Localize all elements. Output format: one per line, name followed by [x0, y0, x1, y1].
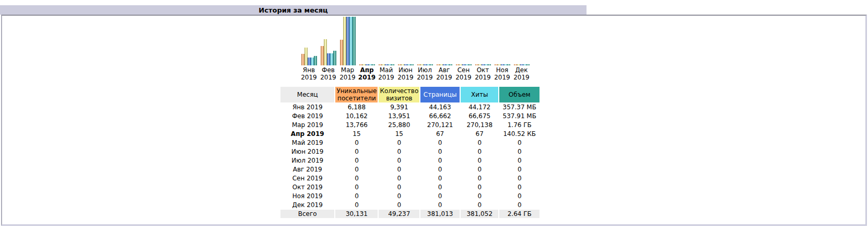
month-cell: Дек 2019 [280, 201, 334, 209]
chart-bars [340, 17, 356, 65]
chart-month-group: Авг2019 [435, 17, 454, 81]
chart-bar [410, 64, 414, 65]
value-cell: 25,880 [379, 121, 419, 129]
content-frame: Янв2019Фев2019Мар2019Апр2019Май2019Июн20… [1, 15, 867, 226]
chart-bar [468, 64, 472, 65]
chart-bars [475, 17, 491, 65]
chart-bars [437, 17, 452, 65]
table-row: Апр 201915156767140.52 КБ [280, 130, 539, 138]
chart-month-group: Ноя2019 [492, 17, 512, 81]
value-cell: 0 [420, 201, 460, 209]
value-cell: 0 [461, 139, 499, 147]
value-cell: 0 [335, 139, 378, 147]
value-cell: 0 [499, 183, 539, 191]
table-row: Янв 20196,1889,39144,16344,172357.37 МБ [280, 103, 539, 111]
value-cell: 0 [461, 201, 499, 209]
month-cell: Июл 2019 [280, 156, 334, 165]
value-cell: 0 [420, 165, 460, 174]
value-cell: 15 [335, 130, 378, 138]
value-cell: 0 [379, 174, 419, 182]
chart-month-group: Апр2019 [357, 17, 377, 81]
table-row: Фев 201910,16213,95166,66266,675537.91 М… [280, 112, 539, 120]
month-cell: Ноя 2019 [280, 192, 334, 200]
chart-bars [359, 17, 375, 65]
column-header: Объем [499, 87, 539, 102]
chart-bar [391, 64, 394, 65]
value-cell: 0 [420, 147, 460, 156]
value-cell: 67 [461, 130, 499, 138]
value-cell: 0 [420, 183, 460, 191]
column-header: Страницы [420, 87, 460, 102]
chart-month-group: Фев2019 [319, 17, 338, 81]
value-cell: 44,163 [420, 103, 460, 111]
total-label-cell: Всего [280, 210, 334, 218]
monthly-history-chart: Янв2019Фев2019Мар2019Апр2019Май2019Июн20… [299, 17, 541, 81]
chart-month-group: Июн2019 [396, 17, 415, 81]
value-cell: 0 [461, 156, 499, 165]
value-cell: 0 [461, 147, 499, 156]
value-cell: 0 [461, 165, 499, 174]
value-cell: 0 [335, 174, 378, 182]
table-row: Ноя 201900000 [280, 192, 539, 200]
chart-month-label: Мар2019 [339, 66, 356, 81]
value-cell: 0 [499, 192, 539, 200]
chart-bar [314, 56, 317, 65]
value-cell: 140.52 КБ [499, 130, 539, 138]
value-cell: 0 [379, 192, 419, 200]
chart-month-group: Янв2019 [299, 17, 319, 81]
value-cell: 0 [379, 183, 419, 191]
value-cell: 66,662 [420, 112, 460, 120]
chart-month-label: Май2019 [378, 66, 394, 81]
table-row: Окт 201900000 [280, 183, 539, 191]
chart-bars [321, 17, 336, 65]
chart-bar [488, 64, 491, 65]
chart-month-label: Ноя2019 [494, 66, 510, 81]
value-cell: 0 [499, 165, 539, 174]
table-row: Мар 201913,76625,880270,121270,1381.76 Г… [280, 121, 539, 129]
chart-bar [333, 51, 336, 65]
section-title: История за месяц [259, 6, 327, 14]
column-header: Количество визитов [379, 87, 419, 102]
chart-bars [301, 17, 317, 65]
value-cell: 0 [335, 156, 378, 165]
total-row: Всего30,13149,237381,013381,0522.64 ГБ [280, 210, 539, 218]
value-cell: 0 [335, 183, 378, 191]
monthly-history-content: Янв2019Фев2019Мар2019Апр2019Май2019Июн20… [279, 17, 541, 219]
month-cell: Авг 2019 [280, 165, 334, 174]
chart-bar [526, 64, 530, 65]
chart-month-group: Сен2019 [454, 17, 473, 81]
month-cell: Май 2019 [280, 139, 334, 147]
chart-month-label: Янв2019 [301, 66, 317, 81]
chart-bars [456, 17, 472, 65]
value-cell: 0 [335, 192, 378, 200]
month-cell: Янв 2019 [280, 103, 334, 111]
value-cell: 0 [420, 192, 460, 200]
chart-month-group: Окт2019 [473, 17, 492, 81]
value-cell: 0 [420, 174, 460, 182]
value-cell: 0 [461, 183, 499, 191]
table-row: Дек 201900000 [280, 201, 539, 209]
value-cell: 0 [499, 201, 539, 209]
value-cell: 0 [379, 156, 419, 165]
column-header: Уникальные посетители [335, 87, 378, 102]
value-cell: 0 [420, 139, 460, 147]
chart-month-label: Июл2019 [417, 66, 433, 81]
value-cell: 0 [461, 174, 499, 182]
value-cell: 0 [499, 147, 539, 156]
value-cell: 0 [379, 139, 419, 147]
chart-bars [398, 17, 414, 65]
column-header: Хиты [461, 87, 499, 102]
value-cell: 0 [499, 174, 539, 182]
total-value-cell: 30,131 [335, 210, 378, 218]
chart-month-label: Сен2019 [455, 66, 472, 81]
chart-month-group: Июл2019 [415, 17, 435, 81]
chart-month-group: Май2019 [377, 17, 396, 81]
chart-month-group: Дек2019 [512, 17, 531, 81]
chart-bar [507, 64, 510, 65]
value-cell: 0 [499, 156, 539, 165]
value-cell: 270,121 [420, 121, 460, 129]
value-cell: 10,162 [335, 112, 378, 120]
value-cell: 1.76 ГБ [499, 121, 539, 129]
value-cell: 0 [335, 147, 378, 156]
monthly-history-table: МесяцУникальные посетителиКоличество виз… [279, 86, 541, 219]
